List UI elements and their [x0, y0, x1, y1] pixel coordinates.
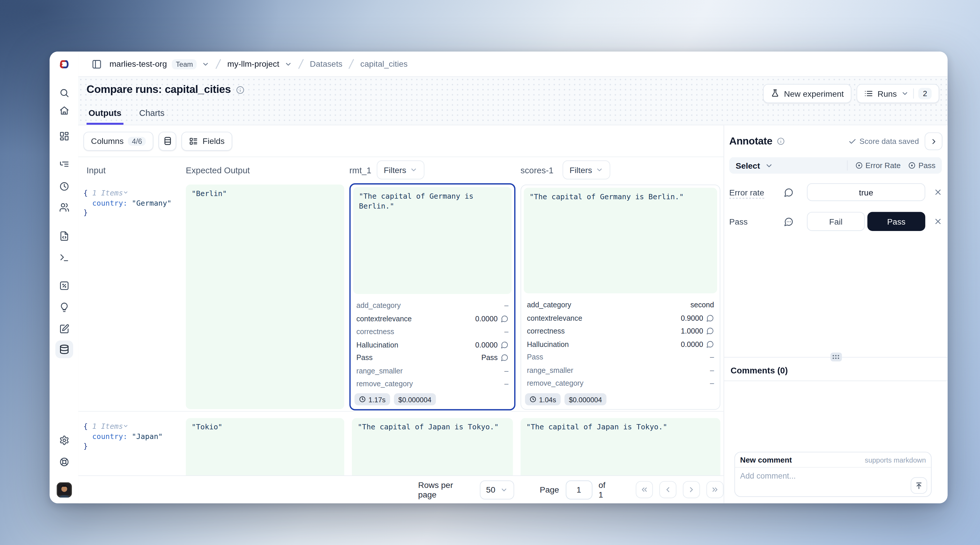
comment-bubble-icon[interactable]: [706, 314, 714, 322]
tab-charts[interactable]: Charts: [137, 108, 166, 125]
expected-output-cell[interactable]: "Tokio": [186, 418, 344, 475]
run1-filters-button[interactable]: Filters: [377, 160, 425, 180]
comment-bubble-icon[interactable]: [501, 315, 508, 323]
score-name: range_smaller: [527, 367, 573, 374]
last-page-button[interactable]: [706, 481, 724, 498]
comment-bubble-icon[interactable]: [501, 354, 508, 361]
chevron-down-icon: [901, 90, 909, 97]
comment-bubble-more-icon[interactable]: [784, 217, 807, 226]
run2-cell[interactable]: "The capital of Japan is Tokyo.": [520, 418, 721, 475]
fail-button[interactable]: Fail: [807, 212, 865, 231]
run2-filters-button[interactable]: Filters: [563, 160, 611, 180]
comment-bubble-icon[interactable]: [501, 341, 508, 348]
clear-error-rate-icon[interactable]: [934, 187, 943, 197]
tab-outputs[interactable]: Outputs: [86, 108, 123, 125]
json-key: country:: [92, 198, 127, 207]
page-head: Compare runs: capital_cities New experim…: [78, 77, 948, 125]
comment-bubble-icon[interactable]: [706, 327, 714, 335]
input-cell[interactable]: { 1 Items country: "Germany" }: [83, 183, 180, 411]
score-name: contextrelevance: [527, 314, 582, 322]
comments-divider: [724, 380, 948, 381]
expected-output-cell[interactable]: "Berlin": [186, 184, 344, 409]
dashboards-icon[interactable]: [59, 131, 69, 141]
stage: marlies-test-org Team my-llm-project Dat…: [0, 0, 980, 545]
annotation-queues-icon[interactable]: [59, 324, 69, 334]
clear-pass-icon[interactable]: [934, 217, 943, 226]
json-value: "Germany": [132, 198, 172, 207]
llm-judge-icon[interactable]: [59, 302, 69, 313]
settings-icon[interactable]: [59, 435, 69, 445]
chevron-down-icon: [501, 486, 508, 493]
page-title: Compare runs: capital_cities: [86, 83, 231, 96]
org-logo-icon: [58, 59, 70, 69]
compare-grid: Columns 4/6 Fields Input Expected Output…: [78, 125, 724, 503]
score-value: 0.0000: [475, 315, 498, 323]
next-page-button[interactable]: [683, 481, 700, 498]
prev-page-button[interactable]: [659, 481, 676, 498]
expected-output-text: "Berlin": [186, 184, 344, 203]
pass-button[interactable]: Pass: [867, 212, 925, 231]
annotate-panel: Annotate Score data saved Select Error R…: [724, 125, 948, 503]
page-number-input[interactable]: [565, 480, 592, 499]
error-rate-value-input[interactable]: [807, 183, 925, 201]
comment-bubble-icon[interactable]: [706, 340, 714, 348]
evaluation-icon[interactable]: [59, 281, 69, 291]
datasets-icon[interactable]: [55, 340, 73, 358]
sessions-icon[interactable]: [59, 181, 69, 192]
submit-comment-button[interactable]: [911, 477, 927, 494]
row-height-button[interactable]: [159, 131, 177, 151]
support-icon[interactable]: [59, 457, 69, 467]
markdown-hint: supports markdown: [865, 456, 926, 464]
chevron-down-icon: [123, 423, 129, 429]
chevrons-left-icon: [640, 486, 649, 494]
col-header-input: Input: [86, 165, 106, 175]
run1-cell-selected[interactable]: "The capital of Germany is Berlin." add_…: [349, 183, 515, 410]
score-value: –: [504, 302, 508, 309]
drag-handle[interactable]: [830, 353, 842, 361]
close-icon: [934, 187, 943, 197]
score-name: range_smaller: [356, 367, 402, 375]
columns-label: Columns: [91, 136, 124, 146]
columns-button[interactable]: Columns 4/6: [83, 131, 154, 151]
breadcrumb-project[interactable]: my-llm-project: [227, 59, 279, 69]
search-icon[interactable]: [59, 88, 69, 98]
comment-bubble-icon[interactable]: [784, 187, 807, 197]
score-config-select[interactable]: Select Error Rate Pass: [729, 157, 942, 174]
runs-button[interactable]: Runs 2: [856, 84, 939, 103]
score-name: correctness: [527, 327, 565, 335]
run1-cell[interactable]: "The capital of Japan is Tokyo.": [352, 418, 513, 475]
json-items-label[interactable]: 1 Items: [92, 422, 123, 431]
playground-icon[interactable]: [59, 253, 69, 263]
users-icon[interactable]: [59, 202, 69, 213]
comment-input[interactable]: [735, 468, 931, 497]
grid-body: { 1 Items country: "Germany" } "Berlin" …: [78, 183, 724, 475]
sidebar-toggle-icon[interactable]: [92, 59, 102, 69]
run2-metrics: 1.04s $0.000004: [525, 393, 716, 405]
table-row: { 1 Items country: "Germany" } "Berlin" …: [78, 183, 724, 412]
chevron-down-icon[interactable]: [202, 60, 210, 68]
run2-cell[interactable]: "The capital of Germany is Berlin." add_…: [520, 184, 721, 410]
score-value: –: [710, 367, 714, 374]
prompts-icon[interactable]: [59, 231, 69, 241]
breadcrumb-separator: [215, 59, 222, 69]
fields-button[interactable]: Fields: [181, 131, 232, 151]
breadcrumb-org[interactable]: marlies-test-org: [110, 59, 167, 69]
input-cell[interactable]: { 1 Items country: "Japan" }: [83, 417, 180, 475]
info-icon[interactable]: [236, 86, 244, 94]
json-close-brace: }: [83, 208, 88, 217]
breadcrumb-dataset[interactable]: capital_cities: [360, 59, 408, 69]
chevron-down-icon[interactable]: [284, 60, 292, 68]
home-icon[interactable]: [59, 106, 69, 116]
score-value: second: [690, 301, 714, 309]
json-items-label[interactable]: 1 Items: [92, 189, 123, 197]
new-experiment-button[interactable]: New experiment: [763, 84, 851, 103]
circle-dot-icon: [855, 162, 863, 169]
collapse-panel-button[interactable]: [925, 132, 942, 150]
clock-icon: [529, 396, 536, 403]
rows-per-page-select[interactable]: 50: [480, 480, 514, 499]
first-page-button[interactable]: [636, 481, 653, 498]
breadcrumb-datasets[interactable]: Datasets: [310, 59, 342, 69]
tracing-icon[interactable]: [59, 159, 69, 169]
avatar[interactable]: [56, 482, 72, 497]
info-icon[interactable]: [777, 138, 784, 145]
